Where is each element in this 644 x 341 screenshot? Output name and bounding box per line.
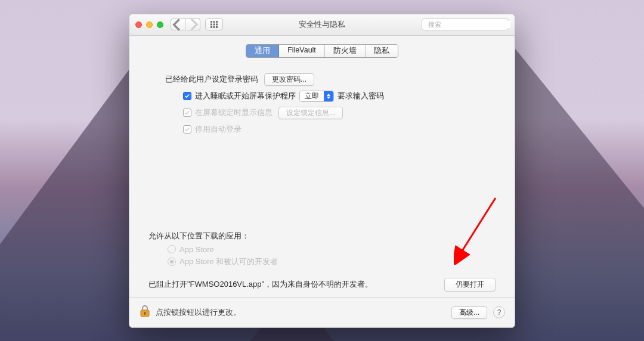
svg-rect-0 [210, 21, 212, 23]
radio-identified [168, 258, 176, 266]
help-button[interactable]: ? [493, 306, 505, 318]
require-password-suffix: 要求输入密码 [338, 91, 384, 101]
disable-autologin-checkbox [183, 125, 191, 134]
radio-appstore-label: App Store [179, 245, 214, 254]
radio-appstore [168, 245, 176, 253]
check-icon [184, 110, 190, 116]
lockscreen-message-checkbox [183, 108, 191, 117]
advanced-button[interactable]: 高级... [451, 306, 487, 319]
svg-rect-2 [216, 21, 218, 23]
open-anyway-button[interactable]: 仍要打开 [444, 278, 496, 292]
disable-autologin-label: 停用自动登录 [195, 124, 242, 135]
blocked-app-message: 已阻止打开"FWMSO2016VL.app"，因为来自身份不明的开发者。 [148, 279, 444, 290]
radio-identified-label: App Store 和被认可的开发者 [179, 256, 278, 267]
tab-filevault[interactable]: FileVault [279, 45, 325, 57]
search-input[interactable] [428, 21, 510, 28]
back-button[interactable] [171, 18, 185, 30]
search-field[interactable] [422, 18, 509, 30]
svg-rect-4 [213, 24, 215, 26]
allow-apps-title: 允许从以下位置下载的应用： [148, 231, 249, 241]
svg-rect-13 [144, 313, 145, 315]
require-password-delay-value: 立即 [300, 91, 324, 101]
require-password-prefix: 进入睡眠或开始屏幕保护程序 [195, 91, 296, 101]
require-password-checkbox[interactable] [183, 92, 191, 100]
svg-rect-1 [213, 21, 215, 23]
check-icon [184, 126, 190, 132]
traffic-lights [135, 21, 163, 28]
tab-privacy[interactable]: 隐私 [366, 45, 398, 57]
preferences-window: 安全性与隐私 通用 FileVault 防火墙 隐私 已经给此用户设定登录密码 … [129, 14, 515, 328]
svg-rect-3 [210, 24, 212, 26]
tab-general[interactable]: 通用 [246, 45, 279, 57]
show-all-button[interactable] [205, 18, 223, 30]
check-icon [184, 93, 190, 99]
lockscreen-message-label: 在屏幕锁定时显示信息 [195, 107, 273, 118]
svg-rect-5 [216, 24, 218, 26]
lock-message: 点按锁按钮以进行更改。 [156, 308, 451, 318]
svg-rect-8 [216, 26, 218, 28]
close-button[interactable] [135, 21, 142, 28]
footer: 点按锁按钮以进行更改。 高级... ? [129, 297, 515, 327]
lock-icon[interactable] [139, 304, 151, 321]
forward-button[interactable] [185, 18, 200, 30]
change-password-button[interactable]: 更改密码... [264, 73, 314, 86]
require-password-delay-select[interactable]: 立即 [299, 91, 334, 102]
tab-segment: 通用 FileVault 防火墙 隐私 [246, 44, 398, 58]
tab-firewall[interactable]: 防火墙 [325, 45, 366, 57]
svg-rect-6 [210, 26, 212, 28]
select-stepper-icon [324, 91, 333, 101]
set-lock-info-button: 设定锁定信息... [278, 107, 343, 119]
minimize-button[interactable] [146, 21, 153, 28]
zoom-button[interactable] [157, 21, 163, 28]
password-set-label: 已经给此用户设定登录密码 [165, 74, 258, 85]
titlebar: 安全性与隐私 [129, 14, 515, 36]
svg-rect-7 [213, 26, 215, 28]
